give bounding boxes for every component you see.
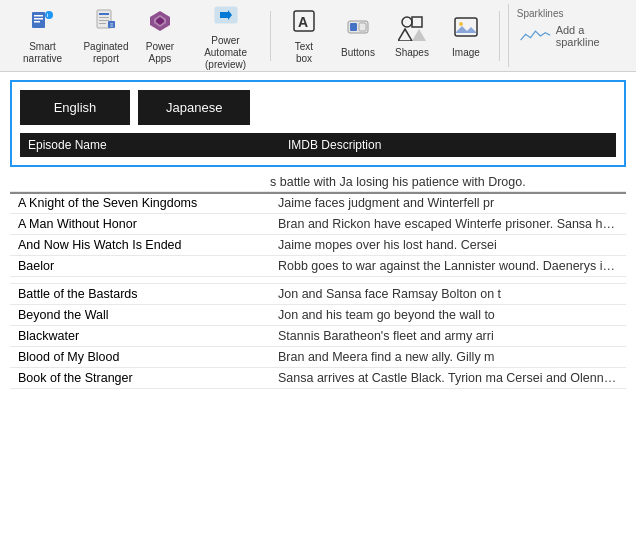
episode-name-cell: A Knight of the Seven Kingdoms	[10, 193, 270, 214]
toolbar-divider-2	[499, 11, 500, 61]
svg-rect-21	[350, 23, 357, 31]
svg-text:A: A	[298, 14, 308, 30]
episode-name-cell: Blood of My Blood	[10, 347, 270, 368]
imdb-desc-cell: Bran and Rickon have escaped Winterfe pr…	[270, 214, 626, 235]
table-row: Book of the StrangerSansa arrives at Cas…	[10, 368, 626, 389]
table-row: A Knight of the Seven KingdomsJaime face…	[10, 193, 626, 214]
sparkline-add-item[interactable]: Add a sparkline	[517, 23, 620, 49]
imdb-desc-cell: Sansa arrives at Castle Black. Tyrion ma…	[270, 368, 626, 389]
english-button[interactable]: English	[20, 90, 130, 125]
textbox-label: Textbox	[295, 41, 313, 65]
imdb-desc-cell	[270, 277, 626, 284]
episode-name-cell: Beyond the Wall	[10, 305, 270, 326]
table-row: BlackwaterStannis Baratheon's fleet and …	[10, 326, 626, 347]
episode-name-cell: A Man Without Honor	[10, 214, 270, 235]
episode-name-cell: Baelor	[10, 256, 270, 277]
buttons-label: Buttons	[341, 47, 375, 59]
col-header-imdb: IMDB Description	[280, 133, 616, 157]
episode-name-cell: Book of the Stranger	[10, 368, 270, 389]
language-button-row: English Japanese	[20, 90, 616, 125]
episode-name-cell: Blackwater	[10, 326, 270, 347]
imdb-desc-cell: Jaime faces judgment and Winterfell pr	[270, 193, 626, 214]
paginated-icon: ≡	[92, 7, 120, 39]
svg-rect-7	[99, 13, 109, 15]
narrative-icon: i	[28, 7, 56, 39]
toolbar-item-paginated[interactable]: ≡ Paginatedreport	[81, 4, 131, 67]
svg-rect-8	[99, 17, 109, 18]
table-header: Episode Name IMDB Description	[20, 133, 616, 157]
svg-rect-24	[412, 17, 422, 27]
table-row	[10, 277, 626, 284]
imdb-desc-cell: Jaime mopes over his lost hand. Cersei	[270, 235, 626, 256]
imdb-desc-cell: Robb goes to war against the Lannister w…	[270, 256, 626, 277]
table-row: BaelorRobb goes to war against the Lanni…	[10, 256, 626, 277]
partial-top-row: s battle with Ja losing his patience wit…	[10, 173, 626, 192]
data-table-container: s battle with Ja losing his patience wit…	[0, 173, 636, 542]
svg-rect-0	[32, 12, 45, 28]
episode-name-cell: Battle of the Bastards	[10, 284, 270, 305]
episode-name-cell	[10, 277, 270, 284]
svg-rect-2	[34, 18, 43, 20]
automate-label: Power Automate(preview)	[195, 35, 256, 71]
table-row: Battle of the BastardsJon and Sansa face…	[10, 284, 626, 305]
shapes-icon	[398, 13, 426, 45]
sparklines-group: Sparklines Add a sparkline	[508, 4, 628, 67]
svg-rect-9	[99, 20, 109, 21]
svg-rect-27	[455, 18, 477, 36]
table-row: And Now His Watch Is EndedJaime mopes ov…	[10, 235, 626, 256]
toolbar-item-shapes[interactable]: Shapes	[387, 4, 437, 67]
svg-marker-25	[398, 29, 412, 41]
partial-episode-cell	[18, 175, 270, 189]
image-label: Image	[452, 47, 480, 59]
toolbar-item-automate[interactable]: Power Automate(preview)	[189, 4, 262, 67]
partial-desc-cell: s battle with Ja losing his patience wit…	[270, 175, 618, 189]
language-widget: English Japanese Episode Name IMDB Descr…	[10, 80, 626, 167]
toolbar-item-textbox[interactable]: A Textbox	[279, 4, 329, 67]
toolbar-item-powerapps[interactable]: PowerApps	[135, 4, 185, 67]
toolbar-item-narrative[interactable]: i Smart narrative	[8, 4, 77, 67]
toolbar-item-image[interactable]: Image	[441, 4, 491, 67]
svg-rect-22	[359, 23, 366, 31]
toolbar: i Smart narrative ≡ Paginatedreport	[0, 0, 636, 72]
automate-icon	[212, 1, 240, 33]
main-content: English Japanese Episode Name IMDB Descr…	[0, 72, 636, 542]
paginated-label: Paginatedreport	[83, 41, 128, 65]
table-row: Blood of My BloodBran and Meera find a n…	[10, 347, 626, 368]
narrative-label: Smart narrative	[14, 41, 71, 65]
shapes-label: Shapes	[395, 47, 429, 59]
buttons-icon	[344, 13, 372, 45]
episode-name-cell: And Now His Watch Is Ended	[10, 235, 270, 256]
table-row: A Man Without HonorBran and Rickon have …	[10, 214, 626, 235]
svg-marker-26	[412, 29, 426, 41]
svg-text:≡: ≡	[110, 22, 114, 28]
svg-point-28	[459, 22, 463, 26]
svg-rect-3	[34, 21, 40, 23]
svg-marker-29	[455, 26, 477, 33]
sparklines-title: Sparklines	[517, 8, 564, 19]
powerapps-label: PowerApps	[146, 41, 174, 65]
sparkline-add-label: Add a sparkline	[556, 24, 618, 48]
imdb-desc-cell: Stannis Baratheon's fleet and army arri	[270, 326, 626, 347]
table-row: Beyond the WallJon and his team go beyon…	[10, 305, 626, 326]
svg-rect-10	[99, 23, 106, 24]
episodes-table: A Knight of the Seven KingdomsJaime face…	[10, 192, 626, 389]
japanese-button[interactable]: Japanese	[138, 90, 250, 125]
image-icon	[452, 13, 480, 45]
powerapps-icon	[146, 7, 174, 39]
textbox-icon: A	[290, 7, 318, 39]
toolbar-item-buttons[interactable]: Buttons	[333, 4, 383, 67]
imdb-desc-cell: Jon and Sansa face Ramsay Bolton on t	[270, 284, 626, 305]
imdb-desc-cell: Bran and Meera find a new ally. Gilly m	[270, 347, 626, 368]
toolbar-divider-1	[270, 11, 271, 61]
svg-rect-1	[34, 15, 43, 17]
imdb-desc-cell: Jon and his team go beyond the wall to	[270, 305, 626, 326]
svg-point-23	[402, 17, 412, 27]
col-header-episode: Episode Name	[20, 133, 280, 157]
